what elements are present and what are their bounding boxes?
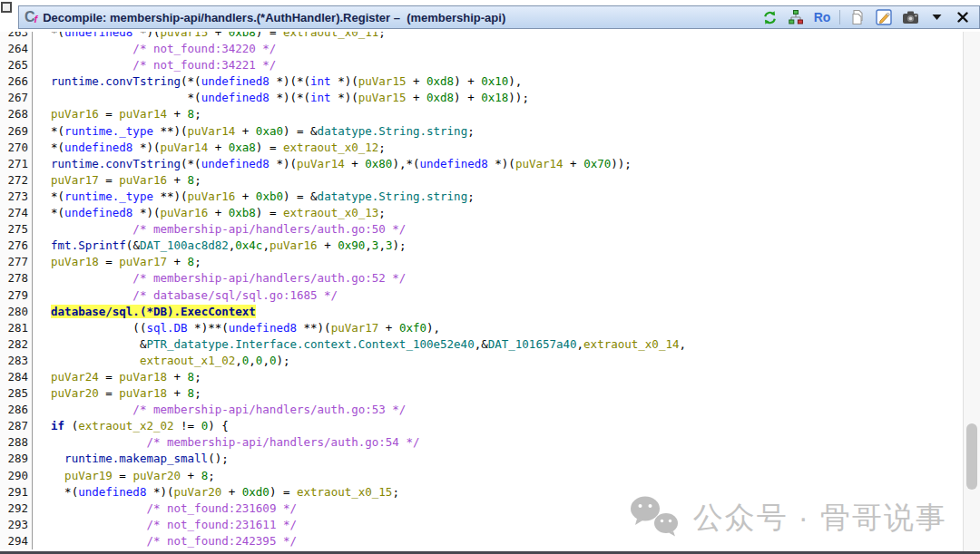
line-number: 285: [0, 385, 33, 402]
code-token: *)(*(: [270, 91, 310, 104]
code-token: =: [99, 386, 120, 400]
code-line[interactable]: 289 runtime.makemap_small();: [0, 451, 963, 467]
code-line[interactable]: 281 ((sql.DB *)**(undefined8 **)(puVar17…: [0, 320, 963, 336]
code-token: ),*(: [392, 157, 419, 170]
code-token: ;: [194, 107, 201, 121]
code-token: *(: [37, 124, 64, 138]
code-token: ) =: [256, 32, 283, 39]
code-token: +: [406, 74, 426, 88]
code-line[interactable]: 264 /* not_found:34220 */: [0, 41, 963, 57]
code-line[interactable]: 273 *(runtime._type **)(puVar16 + 0xb0) …: [0, 189, 963, 205]
panel-title: Decompile: membership-api/handlers.(*Aut…: [43, 11, 760, 24]
line-number: 294: [0, 533, 33, 549]
code-token: ,: [679, 337, 686, 351]
code-token: [37, 238, 51, 252]
code-line[interactable]: 286 /* membership-api/handlers/auth.go:5…: [0, 402, 963, 418]
code-line[interactable]: 272 puVar17 = puVar16 + 8;: [0, 172, 963, 189]
code-line[interactable]: 290 puVar19 = puVar20 + 8;: [0, 468, 963, 484]
code-token: 0xd8: [426, 91, 454, 104]
code-line[interactable]: 278 /* membership-api/handlers/auth.go:5…: [0, 270, 963, 287]
code-token: !=: [174, 419, 201, 433]
code-line[interactable]: 294 /* not_found:242395 */: [0, 533, 963, 549]
code-token: ,: [262, 238, 270, 252]
code-token: +: [345, 157, 366, 170]
code-line[interactable]: 270 *(undefined8 *)(puVar14 + 0xa8) = ex…: [0, 140, 963, 156]
close-icon[interactable]: [954, 8, 972, 26]
code-token: puVar20: [51, 386, 99, 400]
code-text: /* not_found:242395 */: [33, 533, 297, 549]
code-token: /* not_found:231609 */: [146, 501, 297, 515]
code-line[interactable]: 271 runtime.convTstring(*(undefined8 *)(…: [0, 156, 963, 172]
code-text: *(runtime._type **)(puVar14 + 0xa0) = &d…: [33, 123, 475, 140]
code-text: puVar24 = puVar18 + 8;: [33, 369, 201, 385]
code-token: ));: [508, 91, 529, 104]
callgraph-icon[interactable]: [787, 8, 805, 26]
code-line[interactable]: 293 /* not_found:231611 */: [0, 517, 963, 533]
code-line[interactable]: 283 extraout_x1_02,0,0,0);: [0, 353, 963, 369]
code-token: [37, 354, 140, 367]
code-line[interactable]: 291 *(undefined8 *)(puVar20 + 0xd0) = ex…: [0, 484, 963, 501]
code-line[interactable]: 263 *(undefined8 *)(puVar15 + 0xb8) = ex…: [0, 32, 963, 41]
line-number: 283: [0, 353, 33, 369]
code-token: *)(: [146, 485, 173, 499]
code-token: datatype.String.string: [318, 190, 468, 203]
code-token: [37, 386, 51, 400]
code-token: [37, 255, 51, 268]
code-token: puVar16: [270, 238, 318, 252]
scrollbar-thumb[interactable]: [966, 423, 977, 490]
code-line[interactable]: 279 /* database/sql/sql.go:1685 */: [0, 287, 963, 304]
code-line[interactable]: 287 if (extraout_x2_02 != 0) {: [0, 418, 963, 434]
ro-label: Ro: [814, 10, 831, 24]
code-line[interactable]: 277 puVar18 = puVar17 + 8;: [0, 254, 963, 270]
code-line[interactable]: 268 puVar16 = puVar14 + 8;: [0, 106, 963, 122]
code-token: puVar17: [119, 255, 167, 268]
code-line[interactable]: 284 puVar24 = puVar18 + 8;: [0, 369, 963, 385]
edit-icon[interactable]: [875, 8, 893, 26]
dropdown-icon[interactable]: [927, 8, 946, 26]
code-token: *)(: [132, 141, 160, 154]
code-line[interactable]: 267 *(undefined8 *)(*(int *)(puVar15 + 0…: [0, 90, 963, 106]
code-token: undefined8: [201, 74, 270, 88]
highlighted-token[interactable]: database/sql.(*DB).ExecContext: [51, 305, 256, 318]
code-token: ) = &: [283, 190, 318, 203]
code-token: **)(: [153, 190, 188, 203]
code-token: 0x10: [481, 74, 508, 88]
line-number: 276: [0, 238, 33, 254]
code-token: ) =: [270, 485, 297, 499]
code-token: undefined8: [78, 485, 146, 499]
code-line[interactable]: 285 puVar20 = puVar18 + 8;: [0, 385, 963, 402]
code-line[interactable]: 280 database/sql.(*DB).ExecContext: [0, 304, 963, 320]
code-line[interactable]: 269 *(runtime._type **)(puVar14 + 0xa0) …: [0, 123, 963, 140]
code-line[interactable]: 282 &PTR_datatype.Interface.context.Cont…: [0, 336, 963, 353]
refresh-icon[interactable]: [760, 8, 779, 26]
code-token: extraout_x0_11: [283, 32, 378, 39]
copy-icon[interactable]: [848, 8, 867, 26]
code-line[interactable]: 276 fmt.Sprintf(&DAT_100ac8d82,0x4c,puVa…: [0, 238, 963, 254]
code-text: *(undefined8 *)(puVar20 + 0xd0) = extrao…: [33, 484, 399, 501]
snapshot-icon[interactable]: [901, 8, 919, 26]
code-line[interactable]: 288 /* membership-api/handlers/auth.go:5…: [0, 434, 963, 451]
code-text: runtime.convTstring(*(undefined8 *)(puVa…: [33, 156, 632, 172]
code-text: *(runtime._type **)(puVar16 + 0xb0) = &d…: [33, 189, 475, 205]
code-line[interactable]: 275 /* membership-api/handlers/auth.go:5…: [0, 221, 963, 238]
code-token: *)(: [331, 91, 358, 104]
decompiler-icon: Cf: [24, 10, 37, 24]
ro-button[interactable]: Ro: [813, 8, 831, 26]
code-token: puVar14: [119, 107, 167, 121]
code-line[interactable]: 265 /* not_found:34221 */: [0, 57, 963, 73]
line-number: 274: [0, 205, 33, 221]
code-token: ;: [467, 124, 475, 138]
code-text: puVar19 = puVar20 + 8;: [33, 468, 215, 484]
code-token: ) =: [256, 141, 283, 154]
code-token: /* membership-api/handlers/auth.go:50 */: [132, 222, 406, 236]
code-pane[interactable]: 263 *(undefined8 *)(puVar15 + 0xb8) = ex…: [0, 32, 963, 551]
code-line[interactable]: 292 /* not_found:231609 */: [0, 501, 963, 517]
code-token: puVar18: [119, 370, 167, 384]
code-token: +: [318, 238, 338, 252]
code-token: +: [208, 32, 229, 39]
code-token: undefined8: [64, 206, 132, 219]
line-number: 288: [0, 434, 33, 451]
code-line[interactable]: 274 *(undefined8 *)(puVar16 + 0xb8) = ex…: [0, 205, 963, 221]
vertical-scrollbar[interactable]: [963, 32, 980, 551]
code-line[interactable]: 266 runtime.convTstring(*(undefined8 *)(…: [0, 73, 963, 90]
